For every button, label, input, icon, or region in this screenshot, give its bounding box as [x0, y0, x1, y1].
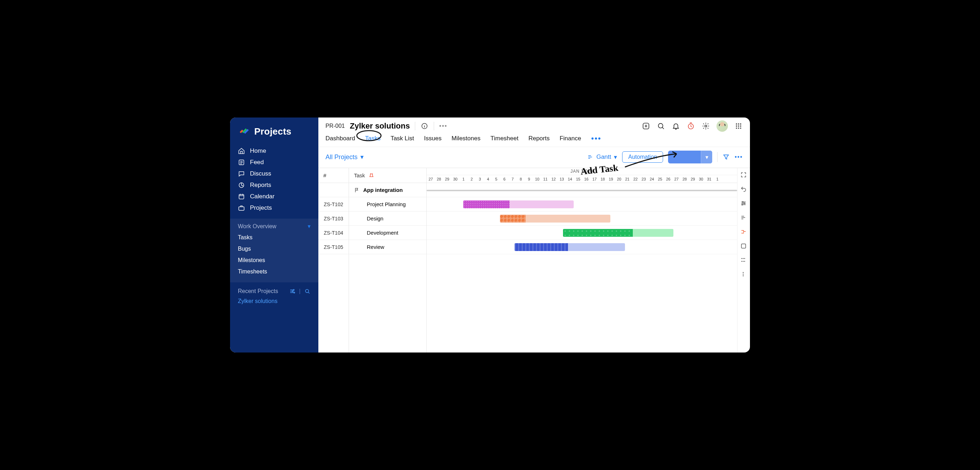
- tab-timesheet[interactable]: Timesheet: [490, 135, 519, 142]
- tab-more-icon[interactable]: •••: [591, 134, 601, 143]
- timeline-day: 14: [566, 175, 574, 183]
- section-title: Work Overview: [238, 223, 276, 230]
- brand: Projects: [230, 122, 318, 144]
- expand-icon[interactable]: [740, 171, 748, 179]
- tab-tasks[interactable]: Tasks: [365, 135, 380, 142]
- timeline-row: [426, 226, 737, 240]
- timeline-day: 7: [509, 175, 517, 183]
- svg-point-5: [292, 291, 293, 292]
- more-vertical-icon[interactable]: [740, 272, 748, 278]
- timeline-day: 22: [632, 175, 640, 183]
- timeline-body: [426, 183, 737, 254]
- tab-finance[interactable]: Finance: [560, 135, 581, 142]
- tab-milestones[interactable]: Milestones: [452, 135, 480, 142]
- svg-point-33: [743, 272, 743, 273]
- gantt-bar[interactable]: [500, 215, 610, 222]
- chevron-down-icon: ▾: [308, 223, 310, 230]
- gantt-bar[interactable]: [463, 200, 574, 208]
- automation-button[interactable]: Automation: [622, 151, 663, 163]
- sidebar-item-home[interactable]: Home: [230, 145, 318, 157]
- svg-point-16: [736, 125, 737, 126]
- timeline-group-row: [426, 183, 737, 197]
- svg-point-15: [740, 124, 741, 125]
- bars-icon[interactable]: [740, 214, 748, 221]
- wo-item-milestones[interactable]: Milestones: [238, 255, 310, 266]
- timeline-day: 29: [443, 175, 451, 183]
- undo-icon[interactable]: [740, 186, 748, 193]
- checkbox-icon[interactable]: [740, 243, 748, 250]
- filter-icon[interactable]: [722, 154, 730, 160]
- timeline-day: 6: [500, 175, 509, 183]
- tab-dashboard[interactable]: Dashboard: [326, 135, 355, 142]
- add-task-button[interactable]: ▾: [668, 151, 712, 164]
- gantt-bar[interactable]: [515, 243, 625, 251]
- gantt-timeline[interactable]: JAN '2024 272829301234567891011121314151…: [426, 168, 737, 352]
- task-row[interactable]: Project Planning: [349, 197, 426, 211]
- reports-icon: [238, 182, 245, 189]
- search-icon[interactable]: [657, 122, 665, 130]
- timeline-day: 23: [640, 175, 648, 183]
- right-rail: [737, 168, 750, 352]
- tab-reports[interactable]: Reports: [528, 135, 550, 142]
- brand-icon: [238, 125, 250, 137]
- svg-point-35: [743, 275, 743, 276]
- recent-project-link[interactable]: Zylker solutions: [238, 298, 310, 305]
- add-icon[interactable]: [642, 122, 650, 130]
- sidebar-item-reports[interactable]: Reports: [230, 179, 318, 191]
- sliders-icon[interactable]: [740, 200, 748, 207]
- timeline-day: 18: [598, 175, 607, 183]
- task-row[interactable]: Review: [349, 240, 426, 254]
- svg-point-28: [743, 258, 743, 259]
- column-task-label: Task: [354, 172, 365, 178]
- task-row[interactable]: Design: [349, 211, 426, 226]
- caret-down-icon: ▾: [360, 153, 364, 161]
- gantt-icon: [587, 154, 593, 160]
- svg-point-17: [738, 125, 739, 126]
- svg-point-10: [659, 124, 663, 128]
- sidebar-item-discuss[interactable]: Discuss: [230, 168, 318, 179]
- timeline-day: 30: [697, 175, 705, 183]
- wo-item-tasks[interactable]: Tasks: [238, 232, 310, 243]
- tab-issues[interactable]: Issues: [424, 135, 442, 142]
- all-projects-dropdown[interactable]: All Projects ▾: [326, 153, 364, 161]
- sidebar-label: Calendar: [250, 193, 275, 200]
- timeline-row: [426, 197, 737, 211]
- svg-point-24: [743, 203, 745, 204]
- tab-task-list[interactable]: Task List: [391, 135, 414, 142]
- sidebar-item-projects[interactable]: Projects: [230, 202, 318, 214]
- bell-icon[interactable]: [671, 122, 680, 130]
- timeline-day: 25: [656, 175, 664, 183]
- more-icon[interactable]: •••: [735, 154, 743, 160]
- grid-icon[interactable]: [740, 257, 748, 264]
- wo-item-timesheets[interactable]: Timesheets: [238, 266, 310, 277]
- more-icon[interactable]: •••: [439, 122, 448, 130]
- settings-sliders-icon[interactable]: [289, 288, 296, 294]
- wo-item-bugs[interactable]: Bugs: [238, 243, 310, 255]
- sidebar-item-calendar[interactable]: Calendar: [230, 191, 318, 202]
- task-group-row[interactable]: App integration: [349, 183, 426, 197]
- timer-icon[interactable]: [687, 122, 695, 130]
- timeline-row: [426, 240, 737, 254]
- home-icon: [238, 148, 245, 154]
- project-code: PR-001: [326, 123, 345, 129]
- svg-point-6: [294, 292, 295, 293]
- work-overview-header[interactable]: Work Overview ▾: [238, 223, 310, 230]
- task-row[interactable]: Development: [349, 226, 426, 240]
- add-task-dropdown[interactable]: ▾: [701, 151, 712, 164]
- info-icon[interactable]: [420, 122, 429, 130]
- id-cell: ZS-T102: [318, 197, 348, 211]
- avatar[interactable]: [716, 120, 728, 132]
- gantt-bar[interactable]: [563, 229, 673, 237]
- sidebar-item-feed[interactable]: Feed: [230, 157, 318, 168]
- dependency-icon[interactable]: [740, 229, 748, 236]
- project-name: Zylker solutions: [350, 121, 410, 131]
- apps-grid-icon[interactable]: [734, 122, 743, 130]
- gantt-view: # ZS-T102 ZS-T103 ZS-T104 ZS-T105 Task A…: [318, 168, 750, 352]
- timeline-day: 27: [426, 175, 435, 183]
- svg-rect-3: [239, 207, 244, 210]
- view-selector[interactable]: Gantt ▾: [587, 154, 617, 161]
- timeline-day: 26: [664, 175, 672, 183]
- search-icon[interactable]: [304, 288, 310, 294]
- gear-icon[interactable]: [702, 122, 710, 130]
- project-header: PR-001 Zylker solutions •••: [318, 118, 750, 132]
